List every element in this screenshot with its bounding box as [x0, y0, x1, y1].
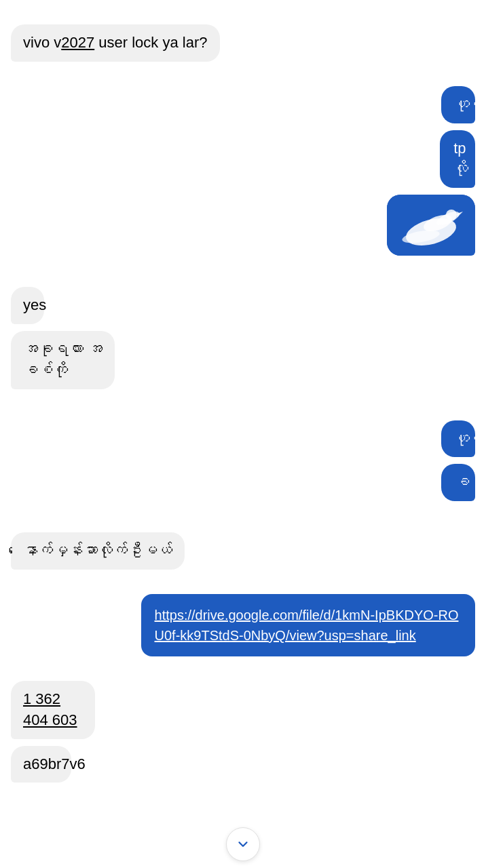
bubble-outgoing: ဟုတ် [441, 86, 475, 123]
message-7a: 1 362 404 603 [11, 681, 131, 739]
bubble-incoming: အခုရလား အခစ်ကို [11, 331, 115, 389]
bubble-outgoing: tp လို [440, 130, 475, 189]
bubble-incoming: vivo v2027 user lock ya lar? [11, 24, 220, 62]
underline-2027: 2027 [61, 34, 94, 51]
message-4a: ဟုတ် [418, 420, 475, 458]
message-3b: အခုရလား အခစ်ကို [11, 331, 160, 389]
bubble-incoming: a69br7v6 [11, 746, 71, 783]
scroll-down-button[interactable] [226, 827, 260, 861]
message-1: vivo v2027 user lock ya lar? [11, 24, 475, 62]
message-6-link: https://drive.google.com/file/d/1kmN-IpB… [11, 594, 475, 656]
chevron-down-icon [236, 837, 250, 852]
svg-point-5 [446, 210, 457, 220]
bubble-outgoing: ခန [441, 464, 475, 501]
image-bubble [387, 195, 475, 256]
message-2a: ဟုတ် [418, 86, 475, 123]
message-5: နောက်မှန်းဆာလိုက်ဦးမယ် [11, 532, 475, 570]
phone-number: 1 362 404 603 [23, 690, 77, 728]
incoming-group-2: 1 362 404 603 a69br7v6 [11, 681, 475, 785]
bubble-outgoing: ဟုတ် [441, 420, 475, 458]
message-2b: tp လို [417, 130, 475, 189]
outgoing-group-2: ဟုတ် ခန [11, 420, 475, 505]
bubble-incoming: 1 362 404 603 [11, 681, 95, 739]
bubble-incoming: နောက်မှန်းဆာလိုက်ဦးမယ် [11, 532, 185, 570]
chat-container: vivo v2027 user lock ya lar? ဟုတ် tp လို [11, 14, 475, 861]
message-3a: yes [11, 287, 58, 324]
message-7b: a69br7v6 [11, 746, 98, 783]
scroll-down-area [11, 827, 475, 861]
message-4b: ခန [418, 464, 475, 501]
outgoing-group-1: ဟုတ် tp လို [11, 86, 475, 258]
message-2c-image [387, 195, 475, 256]
link-bubble[interactable]: https://drive.google.com/file/d/1kmN-IpB… [141, 594, 475, 656]
incoming-group-1: yes အခုရလား အခစ်ကို [11, 287, 475, 391]
bubble-incoming: yes [11, 287, 44, 324]
